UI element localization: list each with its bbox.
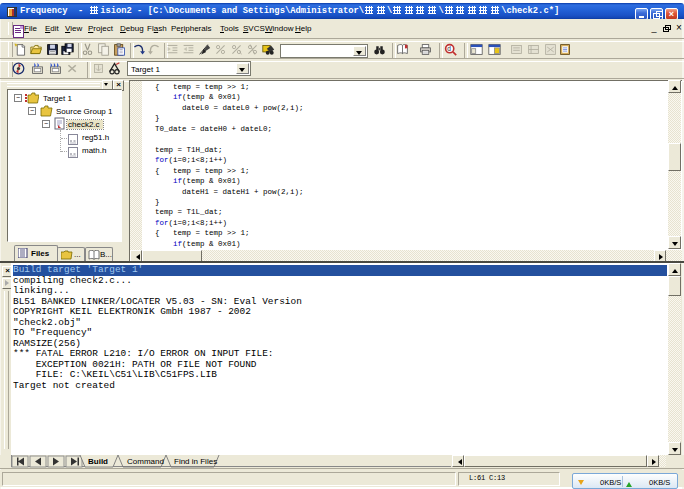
svg-text:d: d bbox=[447, 45, 451, 52]
svg-text:Command: Command bbox=[127, 457, 164, 466]
svg-text:Build: Build bbox=[88, 457, 108, 466]
svg-text:Find in Files: Find in Files bbox=[174, 457, 217, 466]
